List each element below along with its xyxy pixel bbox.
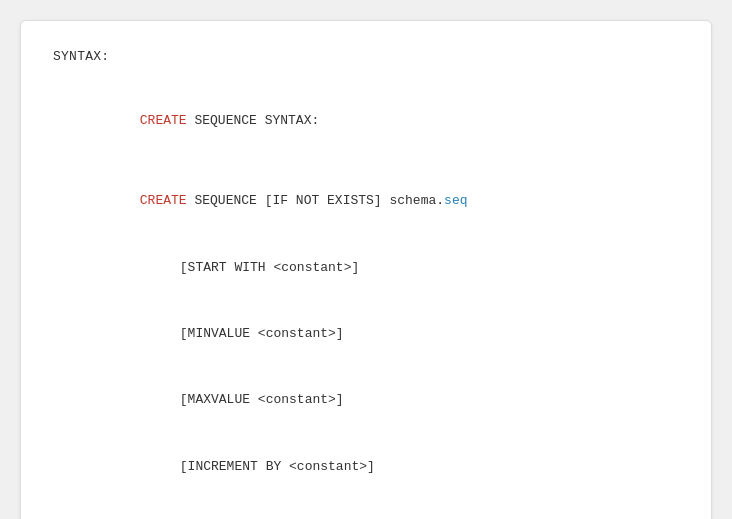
kw-seq-1: seq <box>444 193 467 208</box>
kw-create-1: CREATE <box>140 113 187 128</box>
syntax-label: SYNTAX: <box>53 49 679 64</box>
kw-create-2: CREATE <box>140 193 187 208</box>
minvalue-line: [MINVALUE <constant>] <box>93 301 679 367</box>
start-with-line: [START WITH <constant>] <box>93 235 679 301</box>
create-section-label: CREATE SEQUENCE SYNTAX: <box>93 88 679 154</box>
cache-line: [CACHE <constant> | NOCACHE] <box>93 500 679 519</box>
increment-by-line: [INCREMENT BY <constant>] <box>93 433 679 499</box>
maxvalue-line: [MAXVALUE <constant>] <box>93 367 679 433</box>
code-card: SYNTAX: CREATE SEQUENCE SYNTAX: CREATE S… <box>20 20 712 519</box>
syntax-title: SYNTAX: <box>53 49 109 64</box>
create-sequence-line: CREATE SEQUENCE [IF NOT EXISTS] schema.s… <box>93 168 679 234</box>
create-sequence-block: CREATE SEQUENCE SYNTAX: CREATE SEQUENCE … <box>53 88 679 519</box>
